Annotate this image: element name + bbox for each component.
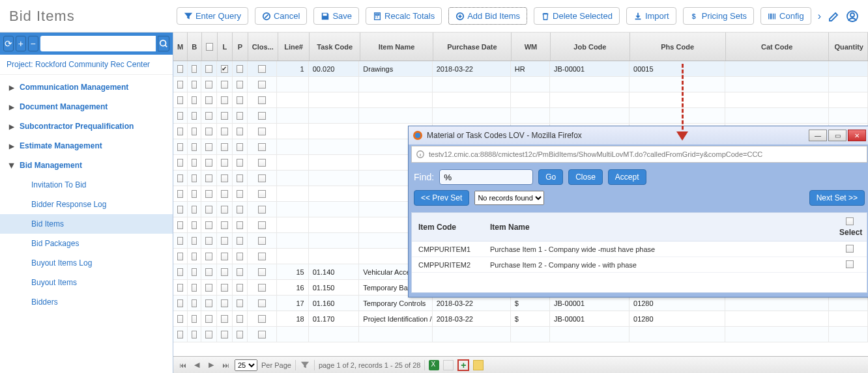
checkbox-select[interactable] — [205, 81, 212, 89]
checkbox-close[interactable] — [258, 190, 266, 198]
checkbox-select[interactable] — [205, 159, 212, 167]
nav-buyout-items-log[interactable]: Buyout Items Log — [0, 253, 173, 273]
col-line[interactable]: Line# — [278, 33, 310, 61]
checkbox-p[interactable] — [237, 128, 244, 135]
checkbox-select[interactable] — [205, 128, 212, 135]
checkbox-b[interactable] — [192, 331, 197, 338]
checkbox-p[interactable] — [237, 253, 244, 260]
expand-button[interactable]: + — [16, 36, 26, 51]
checkbox-l[interactable] — [221, 284, 228, 292]
refresh-button[interactable]: ⟳ — [3, 36, 14, 51]
edit-icon[interactable] — [828, 10, 841, 23]
checkbox-p[interactable] — [237, 315, 244, 323]
project-label[interactable]: Project: Rockford Community Rec Center — [0, 55, 173, 75]
checkbox-close[interactable] — [258, 268, 266, 276]
table-row[interactable]: 1701.160Temporary Controls2018-03-22$JB-… — [173, 296, 868, 311]
checkbox-b[interactable] — [192, 299, 197, 307]
checkbox-close[interactable] — [258, 315, 266, 323]
checkbox-b[interactable] — [192, 206, 197, 214]
per-page-select[interactable]: 25 — [235, 359, 257, 371]
col-phs-code[interactable]: Phs Code — [630, 33, 726, 61]
detail-view-button[interactable] — [443, 360, 454, 370]
checkbox-p[interactable] — [237, 221, 244, 229]
checkbox-close[interactable] — [258, 96, 266, 104]
checkbox-close[interactable] — [258, 221, 266, 229]
checkbox-m[interactable] — [177, 112, 183, 120]
checkbox-b[interactable] — [192, 253, 197, 260]
checkbox-l[interactable] — [221, 299, 228, 307]
add-row-button[interactable]: + — [457, 359, 469, 371]
lov-row[interactable]: CMPPURITEM1Purchase Item 1 - Company wid… — [412, 242, 867, 257]
checkbox-l[interactable] — [221, 190, 228, 198]
col-wm[interactable]: WM — [512, 33, 551, 61]
col-item-name[interactable]: Item Name — [360, 33, 433, 61]
checkbox-b[interactable] — [192, 112, 197, 120]
table-row[interactable]: 100.020Drawings2018-03-22HRJB-0000100015 — [173, 61, 868, 77]
cancel-button[interactable]: Cancel — [255, 7, 307, 25]
col-task-code[interactable]: Task Code — [310, 33, 360, 61]
checkbox-p[interactable] — [237, 206, 244, 214]
recalc-totals-button[interactable]: Recalc Totals — [366, 7, 442, 25]
window-close-button[interactable]: ✕ — [848, 130, 866, 141]
import-button[interactable]: Import — [626, 7, 676, 25]
col-close[interactable]: Clos... — [248, 33, 278, 61]
nav-bidder-response-log[interactable]: Bidder Response Log — [0, 195, 173, 214]
checkbox-close[interactable] — [258, 284, 266, 292]
checkbox-select[interactable] — [205, 65, 212, 73]
checkbox-select[interactable] — [205, 253, 212, 260]
export-excel-button[interactable] — [429, 360, 439, 370]
nav-bidders[interactable]: Bidders — [0, 292, 173, 312]
save-button[interactable]: Save — [313, 7, 359, 25]
checkbox-m[interactable] — [177, 128, 183, 135]
checkbox-m[interactable] — [177, 331, 183, 338]
next-set-button[interactable]: Next Set >> — [809, 190, 865, 206]
checkbox-select[interactable] — [205, 299, 212, 307]
checkbox-select[interactable] — [205, 237, 212, 245]
col-l[interactable]: L — [218, 33, 233, 61]
checkbox-p[interactable] — [237, 331, 244, 338]
checkbox-select[interactable] — [205, 190, 212, 198]
checkbox-b[interactable] — [192, 159, 197, 167]
checkbox-close[interactable] — [258, 237, 266, 245]
checkbox-close[interactable] — [258, 112, 266, 120]
sidebar-search-button[interactable] — [158, 36, 169, 51]
checkbox-l[interactable] — [221, 221, 228, 229]
col-b[interactable]: B — [188, 33, 202, 61]
table-row[interactable] — [173, 77, 868, 92]
checkbox-b[interactable] — [192, 237, 197, 245]
checkbox-select[interactable] — [205, 331, 212, 338]
col-quantity[interactable]: Quantity — [829, 33, 868, 61]
checkbox-l[interactable] — [221, 237, 228, 245]
go-button[interactable]: Go — [538, 169, 563, 185]
checkbox-p[interactable] — [237, 143, 244, 151]
prev-page-button[interactable]: ◀ — [192, 360, 202, 370]
nav-document-management[interactable]: ▶Document Management — [0, 97, 173, 117]
checkbox-p[interactable] — [237, 96, 244, 104]
lov-col-item-name[interactable]: Item Name — [484, 223, 833, 232]
checkbox-close[interactable] — [258, 81, 266, 89]
checkbox-p[interactable] — [237, 174, 244, 182]
checkbox-b[interactable] — [192, 174, 197, 182]
checkbox-p[interactable] — [237, 65, 244, 73]
window-minimize-button[interactable]: — — [809, 130, 827, 141]
nav-bid-items[interactable]: Bid Items — [0, 214, 173, 234]
checkbox-icon[interactable] — [206, 43, 213, 51]
last-page-button[interactable]: ⏭ — [220, 360, 231, 370]
table-row[interactable]: 1801.170Project Identification / ...2018… — [173, 311, 868, 327]
remove-row-button[interactable] — [473, 360, 484, 370]
checkbox-m[interactable] — [177, 159, 183, 167]
lov-checkbox[interactable] — [846, 245, 854, 253]
nav-communication-management[interactable]: ▶Communication Management — [0, 77, 173, 97]
checkbox-close[interactable] — [258, 299, 266, 307]
checkbox-icon[interactable] — [846, 217, 854, 225]
checkbox-m[interactable] — [177, 174, 183, 182]
checkbox-m[interactable] — [177, 299, 183, 307]
lov-row[interactable]: CMPPURITEM2Purchase Item 2 - Company wid… — [412, 257, 867, 273]
lov-close-button[interactable]: Close — [568, 169, 603, 185]
checkbox-m[interactable] — [177, 237, 183, 245]
checkbox-p[interactable] — [237, 112, 244, 120]
nav-estimate-management[interactable]: ▶Estimate Management — [0, 136, 173, 156]
first-page-button[interactable]: ⏮ — [177, 360, 188, 370]
toolbar-more-icon[interactable]: › — [818, 10, 821, 22]
col-m[interactable]: M — [173, 33, 188, 61]
